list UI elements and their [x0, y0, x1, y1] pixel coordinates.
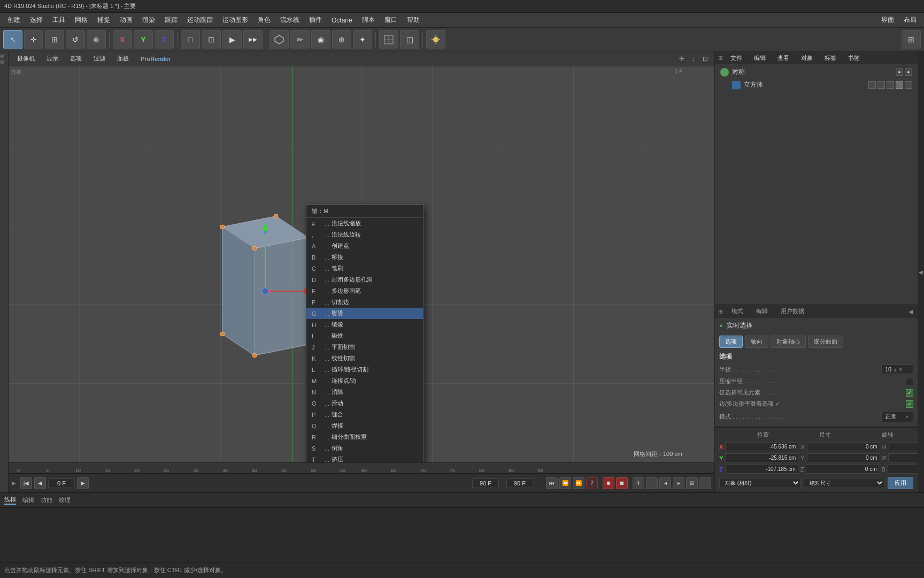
vp-options-btn[interactable]: 选项 [66, 54, 86, 64]
vp-icon-2[interactable]: ↓ [689, 54, 698, 64]
coord-space-dropdown[interactable]: 对象 (相对) [719, 478, 800, 488]
ctx-item-1[interactable]: , ... 沿法线旋转 [306, 229, 423, 240]
menu-item-plugin[interactable]: 插件 [305, 14, 326, 26]
z-axis-btn[interactable]: Z [155, 30, 174, 49]
size-y-input[interactable] [807, 453, 880, 462]
prop-tab-axis[interactable]: 轴向 [745, 336, 768, 348]
menu-item-anim[interactable]: 动画 [116, 14, 137, 26]
vp-filter-btn[interactable]: 过滤 [89, 54, 110, 64]
sculpt-btn[interactable]: ◉ [311, 30, 330, 49]
rp-bookmark[interactable]: 书签 [844, 53, 864, 63]
ctx-item-11[interactable]: J ... 平面切割 [306, 341, 423, 353]
visible-checkbox[interactable]: ✓ [906, 389, 913, 397]
pb-goto-start2[interactable]: ⏮ [546, 477, 558, 489]
pb-stop[interactable]: ? [586, 477, 598, 489]
obj-row-2[interactable]: 立方体 [719, 79, 913, 90]
ctx-item-3[interactable]: B ... 桥接 [306, 252, 423, 263]
ctx-item-7[interactable]: F ... 切割边 [306, 296, 423, 308]
bottom-tab-func[interactable]: 功能 [41, 496, 52, 504]
menu-item-pipeline[interactable]: 流水线 [276, 14, 304, 26]
ctx-item-5[interactable]: D ... 封闭多边形孔洞 [306, 274, 423, 285]
render-region-btn[interactable]: ⊡ [202, 30, 221, 49]
right-collapse-btn[interactable]: ◀ [918, 51, 924, 492]
pb-end-frame[interactable]: 90 F [472, 478, 499, 488]
pb-goto-start[interactable]: |◀ [20, 477, 32, 489]
pb-settings[interactable]: ⊞ [686, 477, 698, 489]
ctx-item-17[interactable]: P ... 缝合 [306, 409, 423, 420]
obj-cube-extra[interactable] [887, 81, 894, 89]
ctx-item-12[interactable]: K ... 线性切割 [306, 353, 423, 364]
interface-btn[interactable]: 布局 [899, 14, 921, 26]
mode-dropdown[interactable]: 正常 ▼ [881, 411, 913, 422]
menu-item-render[interactable]: 渲染 [138, 14, 159, 26]
coord-size-dropdown[interactable]: 绝对尺寸 [804, 478, 885, 488]
pb-next-frame[interactable]: ▶ [77, 477, 89, 489]
rp-tab-mode[interactable]: 模式 [727, 306, 748, 317]
menu-item-create[interactable]: 创建 [3, 14, 25, 26]
move-tool-btn[interactable]: ✛ [24, 30, 43, 49]
pb-record2[interactable]: ⏹ [616, 477, 628, 489]
pb-play-fwd[interactable]: ⏩ [573, 477, 584, 489]
prop-tab-subdiv[interactable]: 细分曲面 [808, 336, 843, 348]
light-btn[interactable] [426, 30, 445, 49]
vp-panel-btn[interactable]: 面板 [113, 54, 133, 64]
prop-tab-pivot[interactable]: 对象轴心 [771, 336, 806, 348]
ctx-item-15[interactable]: N ... 消除 [306, 386, 423, 398]
menu-item-snap[interactable]: 捕捉 [93, 14, 114, 26]
bottom-tab-wire[interactable]: 线框 [4, 496, 16, 505]
obj-vis-btn[interactable]: ● [896, 69, 903, 76]
polygon-pen-btn[interactable]: ✦ [353, 30, 372, 49]
obj-row-1[interactable]: 对称 ● ● [719, 66, 913, 78]
bottom-tab-edit[interactable]: 编辑 [22, 496, 34, 504]
y-axis-btn[interactable]: Y [134, 30, 153, 49]
size-x-input[interactable] [807, 442, 880, 451]
ctx-item-19[interactable]: R ... 细分曲面权重 [306, 431, 423, 443]
menu-item-motiontrack[interactable]: 运动跟踪 [183, 14, 217, 26]
pb-more[interactable]: ⋯ [699, 477, 711, 489]
ctx-item-14[interactable]: M ... 连接点/边 [306, 375, 423, 386]
rp-view[interactable]: 查看 [773, 53, 794, 63]
obj-cube-vis[interactable] [868, 81, 876, 89]
menu-item-mograph[interactable]: 运动图形 [218, 14, 252, 26]
pb-play-back[interactable]: ⏪ [559, 477, 571, 489]
rp-tag[interactable]: 标签 [820, 53, 841, 63]
pb-current-frame[interactable]: 0 F [48, 478, 75, 488]
menu-item-tools[interactable]: 工具 [48, 14, 70, 26]
ctx-item-8-highlighted[interactable]: G ... 熨烫 [306, 308, 423, 319]
menu-item-track[interactable]: 跟踪 [160, 14, 182, 26]
vp-icon-1[interactable]: ✛ [677, 54, 687, 64]
persp-view-btn[interactable] [270, 30, 289, 49]
smooth-checkbox[interactable]: ✓ [906, 400, 913, 408]
menu-item-char[interactable]: 角色 [253, 14, 275, 26]
x-axis-btn[interactable]: X [113, 30, 132, 49]
menu-item-script[interactable]: 脚本 [358, 14, 379, 26]
rp-tab-edit[interactable]: 编辑 [752, 306, 772, 317]
vp-cam-btn[interactable]: 摄像机 [13, 54, 39, 64]
compress-checkbox[interactable] [906, 378, 913, 385]
select-tool-btn[interactable]: ↖ [3, 30, 22, 49]
bottom-tab-tex[interactable]: 纹理 [59, 496, 71, 504]
pb-record[interactable]: ⏺ [603, 477, 614, 489]
render-all-btn[interactable]: ▶▶ [243, 30, 263, 49]
ctx-item-4[interactable]: C ... 笔刷 [306, 263, 423, 274]
prop-tab-options[interactable]: 选项 [719, 336, 743, 348]
pb-frame-display[interactable]: 90 F [506, 478, 533, 488]
rp-collapse-btn[interactable]: ◀ [907, 308, 914, 315]
symmetry-btn[interactable]: ⊕ [332, 30, 351, 49]
pos-y-input[interactable] [725, 453, 798, 462]
ctx-item-21[interactable]: T ... 挤压 [306, 454, 423, 462]
pb-prev-key[interactable]: ◂ [659, 477, 671, 489]
rp-object[interactable]: 对象 [797, 53, 817, 63]
obj-cube-mat[interactable] [896, 81, 903, 89]
wireframe-btn[interactable] [379, 30, 398, 49]
vp-display-btn[interactable]: 显示 [42, 54, 63, 64]
ctx-item-13[interactable]: L ... 循环/路径切割 [306, 364, 423, 375]
pb-del-key[interactable]: − [646, 477, 658, 489]
rp-file[interactable]: 文件 [726, 53, 746, 63]
ctx-item-6[interactable]: E ... 多边形画笔 [306, 285, 423, 296]
vp-icon-3[interactable]: ⊡ [700, 54, 710, 64]
transform-tool-btn[interactable]: ⊗ [87, 30, 106, 49]
rp-tab-user[interactable]: 用户数据 [776, 306, 808, 317]
obj-cube-lock[interactable] [877, 81, 885, 89]
scale-tool-btn[interactable]: ⊞ [45, 30, 64, 49]
